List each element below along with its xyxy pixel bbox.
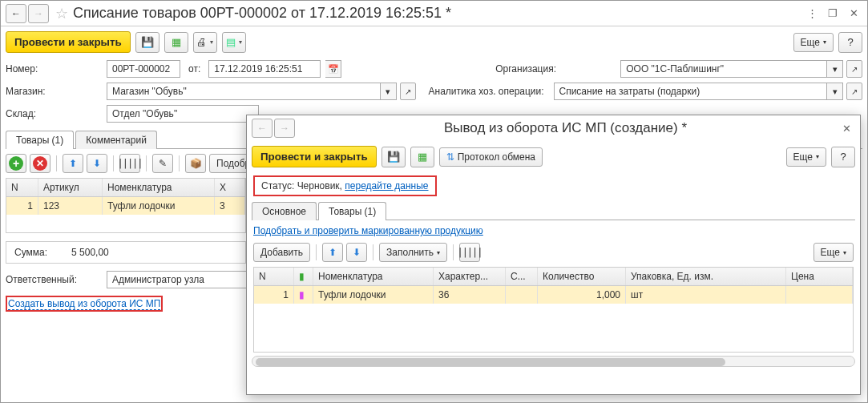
dialog-titlebar: ← → Вывод из оборота ИС МП (создание) * … — [247, 115, 860, 141]
analytic-dropdown[interactable]: ▾ — [827, 83, 843, 100]
dlg-save-button[interactable]: 💾 — [382, 147, 406, 167]
dlg-move-down[interactable]: ⬇ — [346, 243, 367, 262]
row-number: Номер: 00РТ-000002 от: 17.12.2019 16:25:… — [1, 58, 867, 80]
exchange-icon: ⇅ — [446, 151, 454, 163]
status-action-link[interactable]: передайте данные — [345, 180, 428, 191]
detach-icon[interactable]: ❐ — [824, 5, 842, 22]
items-table-header: N Артикул Номенклатура Х — [6, 179, 245, 197]
from-label: от: — [188, 63, 200, 75]
sum-label: Сумма: — [14, 247, 47, 258]
kebab-icon[interactable]: ⋮ — [803, 5, 821, 22]
dlg-nav-fwd[interactable]: → — [274, 119, 295, 138]
dlg-table-header: N ▮ Номенклатура Характер... С... Количе… — [254, 268, 853, 286]
window-title: Списание товаров 00РТ-000002 от 17.12.20… — [73, 5, 451, 22]
dlg-more-button[interactable]: Еще ▾ — [786, 147, 826, 167]
dialog-tabs: Основное Товары (1) — [252, 201, 855, 220]
dlg-post-close-button[interactable]: Провести и закрыть — [252, 146, 377, 167]
col-nom[interactable]: Номенклатура — [103, 179, 215, 196]
favorite-icon[interactable]: ☆ — [55, 5, 68, 22]
move-up-button[interactable]: ⬆ — [63, 154, 83, 173]
analytic-field[interactable]: Списание на затраты (подарки) — [554, 83, 828, 100]
col-char[interactable]: Х — [215, 179, 245, 196]
main-window: ← → ☆ Списание товаров 00РТ-000002 от 17… — [0, 0, 868, 403]
date-field[interactable]: 17.12.2019 16:25:51 — [208, 60, 321, 78]
number-label: Номер: — [6, 63, 102, 75]
h-scrollbar[interactable] — [252, 356, 855, 367]
ismp-dialog: ← → Вывод из оборота ИС МП (создание) * … — [246, 115, 861, 395]
dlg-tab-main[interactable]: Основное — [252, 202, 317, 220]
col-art[interactable]: Артикул — [38, 179, 103, 196]
delete-row-button[interactable]: ✕ — [30, 154, 50, 173]
analytic-open-button[interactable]: ↗ — [846, 83, 862, 100]
dialog-close-icon[interactable]: ✕ — [838, 119, 855, 137]
status-value: Черновик, — [297, 180, 342, 191]
add-row-button[interactable]: + — [6, 154, 26, 173]
store-dropdown[interactable]: ▾ — [381, 83, 397, 100]
table-row[interactable] — [6, 215, 245, 232]
pick-check-link[interactable]: Подобрать и проверить маркированную прод… — [253, 225, 483, 236]
org-dropdown[interactable]: ▾ — [827, 60, 843, 78]
col-n[interactable]: N — [6, 179, 38, 196]
responsible-label: Ответственный: — [6, 274, 102, 285]
dcol-pack[interactable]: Упаковка, Ед. изм. — [626, 268, 786, 285]
print-button[interactable]: 🖨 — [193, 32, 217, 53]
tab-goods[interactable]: Товары (1) — [6, 131, 74, 149]
move-down-button[interactable]: ⬇ — [87, 154, 107, 173]
edit-button[interactable]: ✎ — [152, 154, 173, 173]
dcol-char[interactable]: Характер... — [434, 268, 506, 285]
dlg-more2-button[interactable]: Еще ▾ — [813, 243, 854, 262]
warehouse-label: Склад: — [6, 108, 102, 119]
dcol-mark-icon[interactable]: ▮ — [294, 268, 313, 285]
dlg-move-up[interactable]: ⬆ — [322, 243, 343, 262]
dialog-title: Вывод из оборота ИС МП (создание) * — [297, 120, 834, 136]
dcol-nom[interactable]: Номенклатура — [313, 268, 434, 285]
number-field[interactable]: 00РТ-000002 — [107, 60, 180, 78]
mark-cell-icon: ▮ — [294, 286, 313, 304]
store-field[interactable]: Магазин "Обувь" — [107, 83, 381, 100]
dlg-items-toolbar: Добавить ⬆ ⬇ Заполнить ▾ ||||| Еще ▾ — [247, 241, 860, 264]
nav-back-button[interactable]: ← — [6, 4, 26, 23]
post-button[interactable]: ▦ — [164, 32, 188, 53]
org-label: Организация: — [495, 63, 616, 75]
dlg-fill-button[interactable]: Заполнить ▾ — [379, 243, 447, 262]
more-button[interactable]: Еще ▾ — [793, 33, 834, 52]
folder-button[interactable]: 📦 — [185, 154, 206, 173]
table-row[interactable]: 1 123 Туфли лодочки 3 — [6, 197, 245, 215]
dcol-n[interactable]: N — [254, 268, 294, 285]
dcol-price[interactable]: Цена — [786, 268, 853, 285]
dlg-add-button[interactable]: Добавить — [253, 243, 310, 262]
protocol-button[interactable]: ⇅ Протокол обмена — [439, 147, 543, 167]
scrollbar-thumb[interactable] — [256, 358, 725, 366]
report-button[interactable]: ▤ — [222, 32, 246, 53]
calendar-icon[interactable]: 📅 — [325, 60, 341, 78]
post-and-close-button[interactable]: Провести и закрыть — [6, 31, 131, 53]
scan-button[interactable]: ||||| — [119, 154, 140, 173]
store-label: Магазин: — [6, 86, 102, 97]
sum-panel: Сумма: 5 500,00 — [6, 241, 246, 264]
dialog-toolbar: Провести и закрыть 💾 ▦ ⇅ Протокол обмена… — [247, 141, 860, 172]
analytic-label: Аналитика хоз. операции: — [429, 86, 549, 97]
nav-fwd-button[interactable]: → — [28, 4, 49, 23]
items-table: N Артикул Номенклатура Х 1 123 Туфли лод… — [6, 178, 246, 233]
dlg-table: N ▮ Номенклатура Характер... С... Количе… — [253, 267, 854, 353]
warehouse-field[interactable]: Отдел "Обувь" — [107, 105, 259, 123]
dcol-qty[interactable]: Количество — [538, 268, 626, 285]
main-toolbar: Провести и закрыть 💾 ▦ 🖨 ▤ Еще ▾ ? — [1, 26, 867, 58]
org-open-button[interactable]: ↗ — [846, 60, 862, 78]
close-icon[interactable]: ✕ — [845, 5, 862, 22]
create-ismp-link[interactable]: Создать вывод из оборота ИС МП — [8, 298, 160, 310]
dlg-tab-goods[interactable]: Товары (1) — [318, 202, 386, 220]
store-open-button[interactable]: ↗ — [400, 83, 416, 100]
dlg-post-button[interactable]: ▦ — [410, 147, 434, 167]
dlg-table-row[interactable]: 1 ▮ Туфли лодочки 36 1,000 шт — [254, 286, 853, 304]
dcol-s[interactable]: С... — [506, 268, 538, 285]
responsible-field[interactable]: Администратор узла — [107, 271, 248, 288]
tab-comment[interactable]: Комментарий — [75, 131, 157, 149]
org-field[interactable]: ООО "1С-Паблишинг" — [620, 60, 827, 78]
save-button[interactable]: 💾 — [135, 32, 159, 53]
help-button[interactable]: ? — [838, 32, 862, 53]
row-store: Магазин: Магазин "Обувь" ▾ ↗ Аналитика х… — [1, 80, 867, 103]
dlg-scan-button[interactable]: ||||| — [459, 243, 480, 262]
dlg-nav-back[interactable]: ← — [252, 119, 273, 138]
dlg-help-button[interactable]: ? — [831, 147, 855, 167]
